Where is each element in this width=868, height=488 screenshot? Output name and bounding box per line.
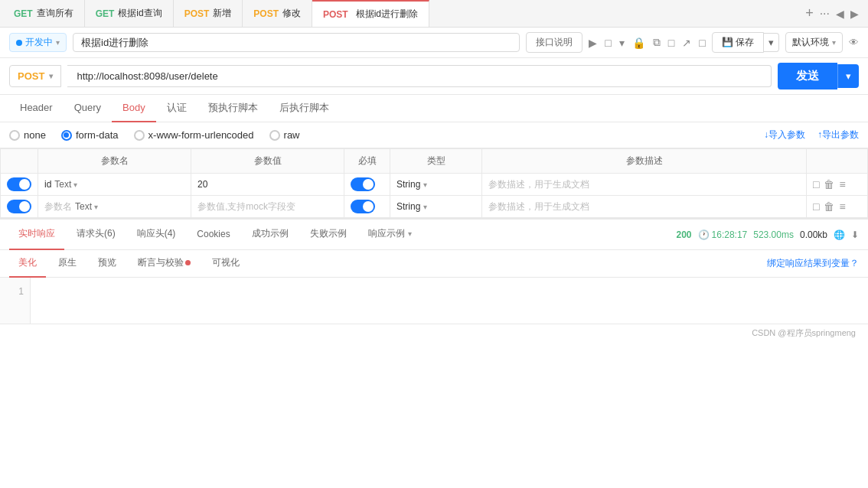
option-none[interactable]: none: [9, 129, 46, 141]
tab-post-add[interactable]: POST 新增: [174, 0, 243, 27]
col-header-value: 参数值: [191, 149, 344, 174]
tab-body[interactable]: Body: [112, 95, 156, 122]
more-tabs-icon[interactable]: ···: [820, 7, 830, 21]
tab-body-label: Body: [122, 102, 145, 113]
request-name-input[interactable]: [73, 33, 520, 52]
col-header-actions: [807, 149, 868, 174]
copy-icon[interactable]: □: [605, 37, 611, 49]
dropdown-icon[interactable]: ▾: [619, 37, 625, 49]
request-tabs: Header Query Body 认证 预执行脚本 后执行脚本: [0, 95, 868, 122]
row2-delete-icon[interactable]: 🗑: [824, 200, 834, 213]
resp-subtab-preview[interactable]: 预览: [89, 250, 126, 278]
row1-desc-cell[interactable]: 参数描述，用于生成文档: [482, 174, 807, 196]
tab-query-label: Query: [74, 102, 101, 113]
resp-tab-realtime[interactable]: 实时响应: [9, 220, 64, 250]
api-note-button[interactable]: 接口说明: [526, 32, 582, 53]
download-icon[interactable]: ⬇: [851, 229, 859, 240]
resp-tab-failure-label: 失败示例: [310, 227, 347, 240]
option-urlencoded-label: x-www-form-urlencoded: [148, 129, 254, 141]
footer: CSDN @程序员springmeng: [0, 324, 868, 342]
resp-subtab-raw[interactable]: 原生: [49, 250, 86, 278]
tab-label-5: 根据id进行删除: [356, 8, 418, 21]
lock-icon[interactable]: 🔒: [632, 37, 645, 49]
col-header-desc: 参数描述: [482, 149, 807, 174]
resp-tab-success[interactable]: 成功示例: [243, 220, 298, 250]
option-raw[interactable]: raw: [269, 129, 300, 141]
row2-value-cell[interactable]: 参数值,支持mock字段变: [191, 196, 344, 218]
tab-get-by-id[interactable]: GET 根据id查询: [85, 0, 174, 27]
row1-value-cell[interactable]: 20: [191, 174, 344, 196]
bind-result-label: 绑定响应结果到变量？: [767, 258, 859, 268]
row2-menu-icon[interactable]: ≡: [839, 200, 845, 213]
url-bar: POST ▾ 发送 ▾: [0, 58, 868, 95]
bind-result-button[interactable]: 绑定响应结果到变量？: [767, 257, 859, 270]
line-numbers: 1: [0, 278, 31, 324]
row2-required-toggle[interactable]: [351, 200, 375, 213]
method-select[interactable]: POST ▾: [9, 65, 61, 87]
option-form-data[interactable]: form-data: [61, 129, 119, 141]
resp-tab-example[interactable]: 响应示例 ▾: [359, 220, 421, 250]
url-input[interactable]: [67, 65, 772, 87]
tab-pre-script[interactable]: 预执行脚本: [197, 95, 269, 122]
save-dropdown-button[interactable]: ▾: [764, 33, 779, 52]
resp-subtab-visual[interactable]: 可视化: [203, 250, 249, 278]
radio-form-data: [61, 130, 72, 141]
export-params-button[interactable]: ↑导出参数: [817, 129, 859, 142]
row1-toggle[interactable]: [7, 177, 31, 191]
tab-get-all[interactable]: GET 查询所有: [3, 0, 85, 27]
send-dropdown-button[interactable]: ▾: [837, 64, 859, 88]
tab-header[interactable]: Header: [9, 95, 64, 122]
option-urlencoded[interactable]: x-www-form-urlencoded: [134, 129, 254, 141]
row2-toggle[interactable]: [7, 200, 31, 213]
row2-copy-icon[interactable]: □: [813, 200, 819, 213]
row1-copy-icon[interactable]: □: [813, 178, 819, 190]
save-main-button[interactable]: 💾 保存: [712, 32, 764, 53]
resp-subtab-assert[interactable]: 断言与校验: [129, 250, 200, 278]
row1-actions: □ 🗑 ≡: [813, 178, 861, 190]
eye-icon[interactable]: 👁: [849, 37, 859, 48]
resp-tab-failure[interactable]: 失败示例: [301, 220, 356, 250]
env-select[interactable]: 默认环境 ▾: [785, 32, 843, 53]
import-params-button[interactable]: ↓导入参数: [764, 129, 805, 142]
row1-type-select[interactable]: String ▾: [396, 179, 475, 190]
send-button[interactable]: 发送: [778, 63, 837, 89]
resp-tab-cookies[interactable]: Cookies: [188, 220, 239, 250]
tab-auth[interactable]: 认证: [156, 95, 197, 122]
add-tab-icon[interactable]: +: [805, 5, 814, 21]
row1-param-name[interactable]: id: [44, 179, 51, 190]
tab-post-script[interactable]: 后执行脚本: [269, 95, 340, 122]
row2-text-type[interactable]: Text ▾: [75, 201, 98, 212]
response-tabs: 实时响应 请求头(6) 响应头(4) Cookies 成功示例 失败示例 响应示…: [0, 220, 868, 250]
duplicate-icon[interactable]: ⧉: [653, 36, 661, 49]
resp-subtab-assert-label: 断言与校验: [138, 256, 184, 269]
row1-required-toggle[interactable]: [351, 177, 375, 191]
env-select-label: 默认环境: [792, 36, 829, 49]
option-raw-label: raw: [284, 129, 300, 141]
row2-desc-cell[interactable]: 参数描述，用于生成文档: [482, 196, 807, 218]
row2-type-select[interactable]: String ▾: [396, 201, 475, 212]
params-table-wrapper: 参数名 参数值 必填 类型 参数描述 id Text: [0, 148, 868, 218]
resp-tab-request-headers[interactable]: 请求头(6): [67, 220, 125, 250]
resp-tab-example-chevron: ▾: [408, 229, 412, 238]
tab-query[interactable]: Query: [64, 95, 112, 122]
row2-param-name[interactable]: 参数名: [44, 200, 72, 213]
resp-subtab-beautify[interactable]: 美化: [9, 250, 46, 278]
method-label-2: GET: [96, 8, 115, 19]
prev-tab-icon[interactable]: ◀: [836, 8, 844, 20]
resp-tab-response-headers[interactable]: 响应头(4): [128, 220, 185, 250]
row1-text-type[interactable]: Text ▾: [54, 179, 77, 190]
share-icon[interactable]: ↗: [682, 37, 691, 49]
box-icon[interactable]: □: [699, 37, 705, 49]
next-tab-icon[interactable]: ▶: [850, 8, 859, 20]
globe-icon[interactable]: 🌐: [834, 229, 845, 240]
resp-body[interactable]: [31, 278, 868, 324]
frame-icon[interactable]: □: [668, 37, 674, 49]
row1-delete-icon[interactable]: 🗑: [824, 178, 834, 190]
row1-menu-icon[interactable]: ≡: [839, 178, 845, 190]
play-icon[interactable]: ▶: [589, 37, 597, 49]
table-row: id Text ▾ 20 String ▾: [1, 174, 868, 196]
tab-post-edit[interactable]: POST 修改: [243, 0, 312, 27]
env-badge[interactable]: 开发中 ▾: [9, 33, 67, 52]
tab-post-delete[interactable]: POST 根据id进行删除: [312, 0, 429, 27]
col-header-type: 类型: [390, 149, 482, 174]
